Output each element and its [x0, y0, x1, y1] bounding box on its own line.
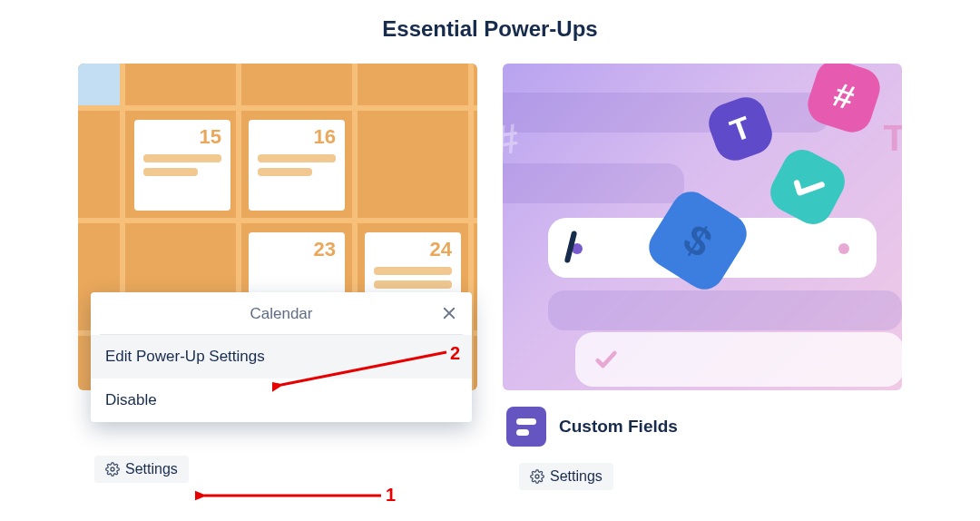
popover-header: Calendar — [100, 292, 463, 335]
card-footer-custom-fields: Custom Fields — [503, 390, 902, 463]
close-icon[interactable] — [437, 301, 461, 325]
card-custom-fields: # T $ # T Custom Fields Settings — [503, 64, 902, 490]
settings-button-label: Settings — [125, 461, 178, 477]
popover-item-edit-settings[interactable]: Edit Power-Up Settings — [91, 335, 472, 378]
calendar-day-24: 24 — [374, 238, 452, 261]
custom-fields-icon — [506, 407, 546, 447]
calendar-popover: Calendar Edit Power-Up Settings Disable — [91, 292, 472, 422]
card-calendar: 15 16 23 24 Settings — [78, 64, 477, 490]
gear-icon — [105, 462, 120, 477]
gear-icon — [530, 469, 544, 484]
popover-item-disable[interactable]: Disable — [91, 378, 472, 422]
svg-point-0 — [111, 467, 114, 471]
card-title-custom-fields: Custom Fields — [559, 417, 678, 437]
calendar-day-15: 15 — [143, 125, 221, 149]
check-icon — [593, 347, 619, 372]
cards-row: 15 16 23 24 Settings — [0, 64, 980, 490]
popover-title: Calendar — [250, 305, 313, 323]
calendar-day-23: 23 — [258, 238, 336, 261]
settings-button-label: Settings — [550, 468, 603, 485]
settings-button-calendar[interactable]: Settings — [94, 456, 189, 483]
svg-point-1 — [535, 475, 539, 478]
calendar-day-16: 16 — [258, 125, 336, 149]
page-title: Essential Power-Ups — [0, 16, 980, 42]
settings-button-custom-fields[interactable]: Settings — [519, 463, 613, 490]
card-custom-fields-image: # T $ # T — [503, 64, 902, 390]
